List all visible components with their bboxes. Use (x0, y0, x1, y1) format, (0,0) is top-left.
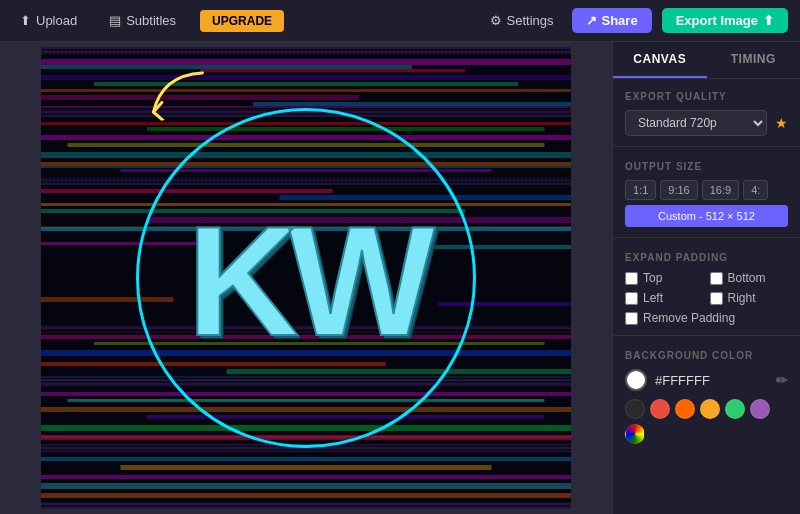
swatch-orange[interactable] (675, 399, 695, 419)
color-swatches (625, 399, 788, 444)
size-4-button[interactable]: 4: (743, 180, 768, 200)
export-button[interactable]: Export Image ⬆ (662, 8, 788, 33)
output-size-section: OUTPUT SIZE 1:1 9:16 16:9 4: Custom - 51… (613, 149, 800, 235)
eyedropper-icon[interactable]: ✏ (776, 372, 788, 388)
swatch-green[interactable] (725, 399, 745, 419)
color-swatch-main[interactable] (625, 369, 647, 391)
top-label: Top (643, 271, 662, 285)
star-icon: ★ (775, 115, 788, 131)
size-1-1-button[interactable]: 1:1 (625, 180, 656, 200)
share-icon: ↗ (586, 13, 597, 28)
left-checkbox[interactable] (625, 292, 638, 305)
size-9-16-button[interactable]: 9:16 (660, 180, 697, 200)
swatch-purple[interactable] (750, 399, 770, 419)
svg-rect-48 (41, 457, 571, 461)
panel-tabs: CANVAS TIMING (613, 42, 800, 79)
topbar-left: ⬆ Upload ▤ Subtitles UPGRADE (12, 9, 482, 32)
svg-rect-5 (41, 47, 571, 55)
right-checkbox-row[interactable]: Right (710, 291, 789, 305)
expand-padding-section: EXPAND PADDING Top Bottom Left Right (613, 240, 800, 333)
divider-1 (613, 146, 800, 147)
settings-icon: ⚙ (490, 13, 502, 28)
divider-3 (613, 335, 800, 336)
canvas-image: KW (41, 47, 571, 509)
topbar-right: ⚙ Settings ↗ Share Export Image ⬆ (482, 8, 788, 33)
subtitles-label: Subtitles (126, 13, 176, 28)
svg-rect-13 (253, 102, 571, 106)
upload-button[interactable]: ⬆ Upload (12, 9, 85, 32)
upgrade-button[interactable]: UPGRADE (200, 10, 284, 32)
right-checkbox[interactable] (710, 292, 723, 305)
bottom-checkbox-row[interactable]: Bottom (710, 271, 789, 285)
export-icon: ⬆ (763, 13, 774, 28)
remove-padding-row[interactable]: Remove Padding (625, 311, 788, 325)
svg-rect-52 (41, 493, 571, 498)
export-quality-section: EXPORT QUALITY Standard 720p ★ (613, 79, 800, 144)
upload-label: Upload (36, 13, 77, 28)
swatch-dark[interactable] (625, 399, 645, 419)
size-custom-button[interactable]: Custom - 512 × 512 (625, 205, 788, 227)
svg-rect-49 (121, 465, 492, 470)
right-panel: CANVAS TIMING EXPORT QUALITY Standard 72… (612, 42, 800, 514)
bg-color-section: BACKGROUND COLOR #FFFFFF ✏ (613, 338, 800, 452)
svg-rect-6 (41, 59, 571, 65)
settings-label: Settings (507, 13, 554, 28)
topbar: ⬆ Upload ▤ Subtitles UPGRADE ⚙ Settings … (0, 0, 800, 42)
swatch-yellow[interactable] (700, 399, 720, 419)
remove-padding-label: Remove Padding (643, 311, 735, 325)
svg-rect-9 (41, 75, 571, 80)
export-label: Export Image (676, 13, 758, 28)
share-button[interactable]: ↗ Share (572, 8, 652, 33)
bottom-label: Bottom (728, 271, 766, 285)
upload-icon: ⬆ (20, 13, 31, 28)
color-hex-value: #FFFFFF (655, 373, 768, 388)
svg-rect-51 (41, 483, 571, 489)
kw-logo-text: KW (187, 204, 425, 359)
svg-rect-7 (41, 65, 412, 69)
expand-padding-label: EXPAND PADDING (625, 252, 788, 263)
tab-timing[interactable]: TIMING (707, 42, 801, 78)
main-area: KW CANVAS TIMING EXPORT QUALITY Standard… (0, 42, 800, 514)
share-label: Share (602, 13, 638, 28)
svg-rect-53 (41, 502, 571, 509)
size-options: 1:1 9:16 16:9 4: (625, 180, 788, 200)
svg-rect-8 (200, 69, 465, 72)
divider-2 (613, 237, 800, 238)
right-label: Right (728, 291, 756, 305)
bottom-checkbox[interactable] (710, 272, 723, 285)
subtitles-button[interactable]: ▤ Subtitles (101, 9, 184, 32)
swatch-red[interactable] (650, 399, 670, 419)
export-quality-label: EXPORT QUALITY (625, 91, 788, 102)
bg-color-label: BACKGROUND COLOR (625, 350, 788, 361)
svg-rect-11 (41, 89, 571, 92)
expand-grid: Top Bottom Left Right (625, 271, 788, 305)
top-checkbox[interactable] (625, 272, 638, 285)
quality-select[interactable]: Standard 720p (625, 110, 767, 136)
quality-row: Standard 720p ★ (625, 110, 788, 136)
color-display: #FFFFFF ✏ (625, 369, 788, 391)
remove-padding-checkbox[interactable] (625, 312, 638, 325)
subtitles-icon: ▤ (109, 13, 121, 28)
tab-canvas[interactable]: CANVAS (613, 42, 707, 78)
left-checkbox-row[interactable]: Left (625, 291, 704, 305)
left-label: Left (643, 291, 663, 305)
size-16-9-button[interactable]: 16:9 (702, 180, 739, 200)
svg-rect-50 (41, 475, 571, 479)
swatch-gradient[interactable] (625, 424, 645, 444)
output-size-label: OUTPUT SIZE (625, 161, 788, 172)
settings-button[interactable]: ⚙ Settings (482, 9, 562, 32)
canvas-area[interactable]: KW (0, 42, 612, 514)
top-checkbox-row[interactable]: Top (625, 271, 704, 285)
